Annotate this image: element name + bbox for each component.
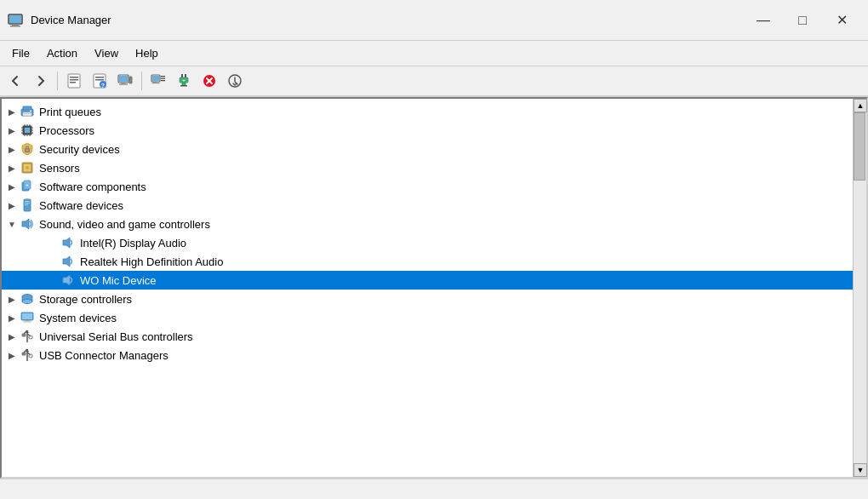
window-controls: — □ ✕ [744,7,861,34]
expand-arrow-print-queues: ▶ [5,105,19,118]
svg-rect-28 [182,83,186,85]
tree-item-usb-controllers[interactable]: ▶ Universal Serial Bus controllers [2,327,853,346]
usb-connector-icon [19,347,36,364]
software-components-icon: + [19,178,36,195]
svg-rect-38 [24,113,31,114]
svg-marker-71 [63,275,70,285]
menu-action[interactable]: Action [38,43,86,63]
app-icon [7,12,24,29]
svg-text:?: ? [101,83,105,89]
software-devices-label: Software devices [39,199,123,212]
svg-text:+: + [182,77,186,83]
help-properties-button[interactable]: ? [88,69,111,93]
tree-item-sensors[interactable]: ▶ Sensors [2,158,853,177]
expand-arrow-storage: ▶ [5,292,19,306]
audio-icon-intel [60,234,77,251]
system-devices-label: System devices [39,312,117,324]
menu-view[interactable]: View [86,43,127,63]
processors-label: Processors [39,124,94,137]
tree-item-wo-mic[interactable]: WO Mic Device [2,271,853,290]
add-device-button[interactable]: + [172,69,196,93]
sensors-label: Sensors [39,162,80,175]
maximize-button[interactable]: □ [783,7,822,34]
wo-mic-label: WO Mic Device [80,274,157,287]
svg-rect-9 [95,77,104,78]
processor-icon [19,122,36,139]
svg-rect-4 [68,74,80,88]
storage-icon [19,290,36,307]
scroll-up-button[interactable]: ▲ [854,99,867,112]
toolbar-separator-1 [57,72,58,90]
properties-button[interactable] [62,69,86,93]
svg-rect-21 [152,83,160,83]
svg-rect-23 [161,78,165,79]
svg-marker-69 [63,238,70,248]
tree-item-print-queues[interactable]: ▶ Print queues [2,102,853,121]
svg-rect-7 [70,82,76,83]
back-button[interactable] [3,69,27,93]
svg-rect-14 [119,76,128,82]
scroll-thumb[interactable] [854,112,865,181]
svg-rect-5 [70,77,78,78]
sound-icon [19,215,36,232]
title-bar: Device Manager — □ ✕ [0,0,868,41]
svg-rect-78 [23,322,31,323]
tree-item-software-devices[interactable]: ▶ Software devices [2,196,853,215]
svg-rect-67 [25,204,28,205]
scroll-down-button[interactable]: ▼ [854,463,867,477]
svg-rect-24 [161,80,165,81]
menu-help[interactable]: Help [127,43,167,63]
expand-arrow-system: ▶ [5,311,19,324]
tree-item-realtek-audio[interactable]: Realtek High Definition Audio [2,252,853,271]
toolbar: ? + [0,66,868,97]
scroll-track[interactable] [854,112,866,463]
usb-controllers-label: Universal Serial Bus controllers [39,330,193,343]
expand-arrow-security: ▶ [5,142,19,156]
svg-rect-19 [152,76,159,81]
expand-arrow-usb: ▶ [5,330,19,343]
tree-item-usb-connector[interactable]: ▶ USB Connector Managers [2,346,853,364]
monitor-list-button[interactable] [146,69,170,93]
svg-rect-29 [180,85,187,87]
expand-arrow-software-components: ▶ [5,180,19,193]
print-queues-label: Print queues [39,106,101,118]
toolbar-separator-2 [141,72,142,90]
security-devices-label: Security devices [39,143,120,156]
storage-controllers-label: Storage controllers [39,293,132,306]
usb-connector-managers-label: USB Connector Managers [39,349,168,362]
scan-changes-button[interactable] [223,69,247,93]
intel-audio-label: Intel(R) Display Audio [80,237,186,250]
uninstall-device-button[interactable] [197,69,221,93]
tree-item-storage-controllers[interactable]: ▶ Storage controllers [2,290,853,308]
tree-item-security-devices[interactable]: ▶ Security devices [2,140,853,158]
svg-rect-3 [9,15,21,23]
window-title: Device Manager [31,14,744,26]
svg-marker-70 [63,256,70,267]
tree-item-system-devices[interactable]: ▶ System devices [2,308,853,327]
tree-item-processors[interactable]: ▶ Proces [2,121,853,140]
close-button[interactable]: ✕ [822,7,861,34]
forward-button[interactable] [29,69,53,93]
tree-item-sound-video[interactable]: ▼ Sound, video and game controllers [2,215,853,233]
svg-marker-68 [22,219,29,229]
svg-rect-1 [12,24,19,26]
svg-rect-16 [119,84,128,85]
software-components-label: Software components [39,181,146,193]
vertical-scrollbar[interactable]: ▲ ▼ [853,99,866,477]
svg-rect-42 [25,128,30,133]
computer-view-button[interactable] [113,69,137,93]
tree-item-software-components[interactable]: ▶ + Software components [2,177,853,196]
sensor-icon [19,159,36,176]
menu-file[interactable]: File [3,43,38,63]
svg-rect-76 [22,313,32,319]
tree-item-intel-audio[interactable]: Intel(R) Display Audio [2,233,853,252]
menu-bar: File Action View Help [0,41,868,66]
svg-rect-20 [153,82,157,83]
minimize-button[interactable]: — [744,7,783,34]
svg-rect-10 [95,79,104,81]
svg-rect-81 [22,334,26,336]
svg-point-57 [26,150,28,152]
svg-rect-39 [24,115,29,116]
svg-text:+: + [26,182,29,187]
device-tree: ▶ Print queues ▶ [2,99,853,477]
